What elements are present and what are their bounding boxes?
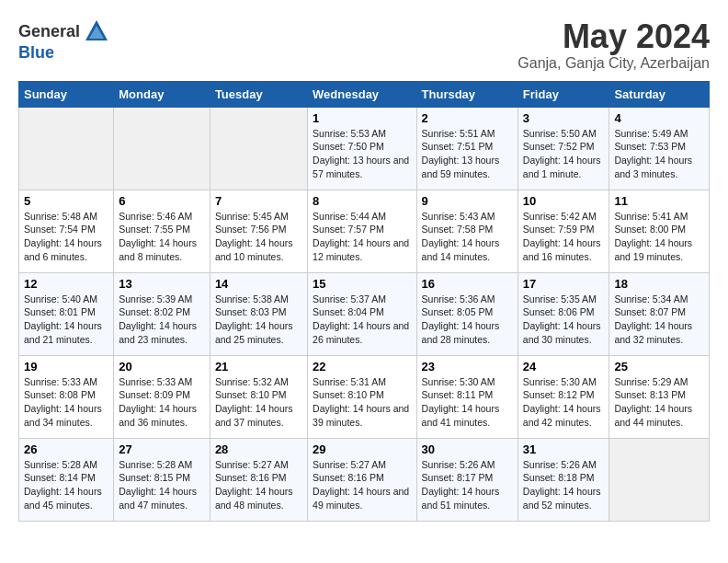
calendar-cell: 31 Sunrise: 5:26 AMSunset: 8:18 PMDaylig…	[518, 438, 609, 521]
day-info: Sunrise: 5:33 AMSunset: 8:08 PMDaylight:…	[24, 375, 108, 430]
logo-icon	[84, 18, 109, 44]
day-number: 12	[24, 277, 108, 291]
day-number: 28	[215, 442, 302, 456]
calendar-cell: 24 Sunrise: 5:30 AMSunset: 8:12 PMDaylig…	[518, 355, 609, 438]
calendar-week-row: 19 Sunrise: 5:33 AMSunset: 8:08 PMDaylig…	[19, 355, 710, 438]
calendar-cell: 26 Sunrise: 5:28 AMSunset: 8:14 PMDaylig…	[19, 438, 114, 521]
day-info: Sunrise: 5:39 AMSunset: 8:02 PMDaylight:…	[119, 293, 205, 347]
calendar-cell: 28 Sunrise: 5:27 AMSunset: 8:16 PMDaylig…	[210, 438, 307, 521]
day-number: 21	[215, 360, 302, 373]
header-tuesday: Tuesday	[210, 81, 307, 107]
day-number: 13	[119, 277, 205, 291]
header-thursday: Thursday	[416, 81, 518, 107]
day-number: 26	[24, 442, 108, 456]
logo: General Blue	[18, 18, 109, 62]
day-info: Sunrise: 5:53 AMSunset: 7:50 PMDaylight:…	[313, 127, 411, 181]
day-info: Sunrise: 5:35 AMSunset: 8:06 PMDaylight:…	[523, 293, 605, 347]
day-info: Sunrise: 5:28 AMSunset: 8:14 PMDaylight:…	[24, 458, 108, 512]
calendar-week-row: 12 Sunrise: 5:40 AMSunset: 8:01 PMDaylig…	[19, 272, 710, 355]
day-info: Sunrise: 5:30 AMSunset: 8:12 PMDaylight:…	[523, 375, 605, 430]
day-number: 8	[313, 194, 411, 208]
day-number: 27	[119, 442, 205, 456]
calendar-cell: 3 Sunrise: 5:50 AMSunset: 7:52 PMDayligh…	[518, 107, 609, 190]
day-number: 10	[523, 194, 605, 208]
day-number: 14	[215, 277, 302, 291]
calendar-cell: 15 Sunrise: 5:37 AMSunset: 8:04 PMDaylig…	[308, 272, 416, 355]
header-monday: Monday	[114, 81, 210, 107]
day-info: Sunrise: 5:44 AMSunset: 7:57 PMDaylight:…	[313, 210, 411, 264]
title-block: May 2024 Ganja, Ganja City, Azerbaijan	[518, 18, 710, 72]
calendar-cell: 23 Sunrise: 5:30 AMSunset: 8:11 PMDaylig…	[416, 355, 518, 438]
day-info: Sunrise: 5:43 AMSunset: 7:58 PMDaylight:…	[422, 210, 513, 264]
day-info: Sunrise: 5:49 AMSunset: 7:53 PMDaylight:…	[614, 127, 704, 181]
calendar-cell: 11 Sunrise: 5:41 AMSunset: 8:00 PMDaylig…	[609, 190, 710, 272]
calendar-cell: 12 Sunrise: 5:40 AMSunset: 8:01 PMDaylig…	[19, 272, 114, 355]
day-number: 1	[313, 111, 411, 125]
calendar-cell: 9 Sunrise: 5:43 AMSunset: 7:58 PMDayligh…	[416, 190, 518, 272]
calendar-cell: 13 Sunrise: 5:39 AMSunset: 8:02 PMDaylig…	[114, 272, 210, 355]
day-number: 18	[614, 277, 704, 291]
location-title: Ganja, Ganja City, Azerbaijan	[518, 55, 710, 72]
day-number: 11	[614, 194, 704, 208]
calendar-header-row: SundayMondayTuesdayWednesdayThursdayFrid…	[19, 81, 710, 107]
day-info: Sunrise: 5:38 AMSunset: 8:03 PMDaylight:…	[215, 293, 302, 347]
calendar-table: SundayMondayTuesdayWednesdayThursdayFrid…	[18, 81, 710, 522]
calendar-cell: 29 Sunrise: 5:27 AMSunset: 8:16 PMDaylig…	[308, 438, 416, 521]
calendar-cell: 6 Sunrise: 5:46 AMSunset: 7:55 PMDayligh…	[114, 190, 210, 272]
logo-blue: Blue	[18, 43, 54, 62]
day-info: Sunrise: 5:42 AMSunset: 7:59 PMDaylight:…	[523, 210, 605, 264]
day-info: Sunrise: 5:28 AMSunset: 8:15 PMDaylight:…	[119, 458, 205, 512]
day-number: 6	[119, 194, 205, 208]
header-friday: Friday	[518, 81, 609, 107]
day-info: Sunrise: 5:26 AMSunset: 8:17 PMDaylight:…	[422, 458, 513, 512]
day-number: 5	[24, 194, 108, 208]
day-number: 3	[523, 111, 605, 125]
day-info: Sunrise: 5:32 AMSunset: 8:10 PMDaylight:…	[215, 375, 302, 430]
day-info: Sunrise: 5:51 AMSunset: 7:51 PMDaylight:…	[422, 127, 513, 181]
calendar-cell	[19, 107, 114, 190]
calendar-cell: 21 Sunrise: 5:32 AMSunset: 8:10 PMDaylig…	[210, 355, 307, 438]
day-number: 24	[523, 360, 605, 373]
calendar-week-row: 26 Sunrise: 5:28 AMSunset: 8:14 PMDaylig…	[19, 438, 710, 521]
calendar-week-row: 1 Sunrise: 5:53 AMSunset: 7:50 PMDayligh…	[19, 107, 710, 190]
calendar-cell	[114, 107, 210, 190]
day-info: Sunrise: 5:40 AMSunset: 8:01 PMDaylight:…	[24, 293, 108, 347]
day-number: 20	[119, 360, 205, 373]
calendar-cell	[210, 107, 307, 190]
calendar-cell: 17 Sunrise: 5:35 AMSunset: 8:06 PMDaylig…	[518, 272, 609, 355]
header-sunday: Sunday	[19, 81, 114, 107]
day-info: Sunrise: 5:27 AMSunset: 8:16 PMDaylight:…	[215, 458, 302, 512]
calendar-cell: 1 Sunrise: 5:53 AMSunset: 7:50 PMDayligh…	[308, 107, 416, 190]
day-number: 30	[422, 442, 513, 456]
day-info: Sunrise: 5:50 AMSunset: 7:52 PMDaylight:…	[523, 127, 605, 181]
day-number: 9	[422, 194, 513, 208]
day-info: Sunrise: 5:27 AMSunset: 8:16 PMDaylight:…	[313, 458, 411, 512]
day-number: 29	[313, 442, 411, 456]
day-number: 17	[523, 277, 605, 291]
day-info: Sunrise: 5:30 AMSunset: 8:11 PMDaylight:…	[422, 375, 513, 430]
calendar-cell: 22 Sunrise: 5:31 AMSunset: 8:10 PMDaylig…	[308, 355, 416, 438]
calendar-cell: 16 Sunrise: 5:36 AMSunset: 8:05 PMDaylig…	[416, 272, 518, 355]
day-info: Sunrise: 5:31 AMSunset: 8:10 PMDaylight:…	[313, 375, 411, 430]
calendar-cell: 18 Sunrise: 5:34 AMSunset: 8:07 PMDaylig…	[609, 272, 710, 355]
calendar-week-row: 5 Sunrise: 5:48 AMSunset: 7:54 PMDayligh…	[19, 190, 710, 272]
day-info: Sunrise: 5:34 AMSunset: 8:07 PMDaylight:…	[614, 293, 704, 347]
day-number: 7	[215, 194, 302, 208]
day-number: 23	[422, 360, 513, 373]
calendar-cell: 27 Sunrise: 5:28 AMSunset: 8:15 PMDaylig…	[114, 438, 210, 521]
calendar-cell: 10 Sunrise: 5:42 AMSunset: 7:59 PMDaylig…	[518, 190, 609, 272]
day-number: 16	[422, 277, 513, 291]
calendar-cell	[609, 438, 710, 521]
day-number: 19	[24, 360, 108, 373]
day-info: Sunrise: 5:26 AMSunset: 8:18 PMDaylight:…	[523, 458, 605, 512]
day-info: Sunrise: 5:29 AMSunset: 8:13 PMDaylight:…	[614, 375, 704, 430]
calendar-cell: 14 Sunrise: 5:38 AMSunset: 8:03 PMDaylig…	[210, 272, 307, 355]
day-number: 4	[614, 111, 704, 125]
month-title: May 2024	[518, 18, 710, 55]
logo-general: General	[18, 23, 80, 40]
calendar-cell: 5 Sunrise: 5:48 AMSunset: 7:54 PMDayligh…	[19, 190, 114, 272]
day-number: 15	[313, 277, 411, 291]
day-info: Sunrise: 5:36 AMSunset: 8:05 PMDaylight:…	[422, 293, 513, 347]
calendar-cell: 19 Sunrise: 5:33 AMSunset: 8:08 PMDaylig…	[19, 355, 114, 438]
header-saturday: Saturday	[609, 81, 710, 107]
